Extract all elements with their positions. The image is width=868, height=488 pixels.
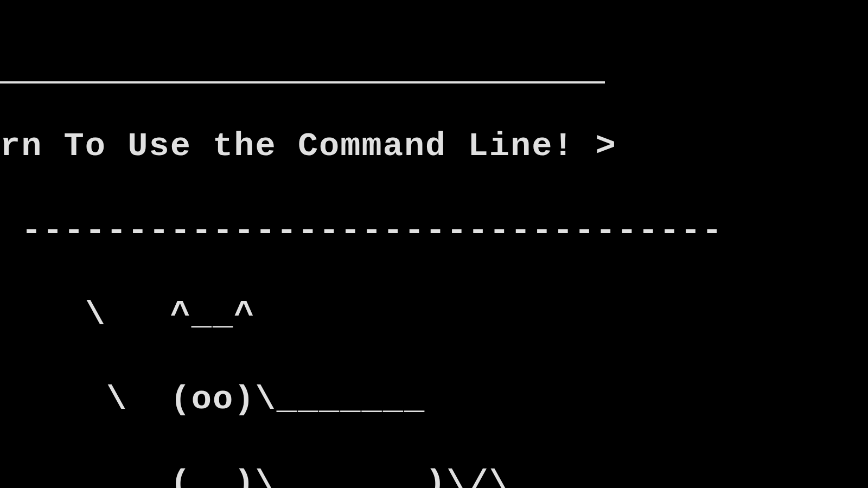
cowsay-art-2: \ (oo)\_______ [0, 378, 868, 421]
cowsay-art-1: \ ^__^ [0, 294, 868, 336]
cowsay-message-line: rn To Use the Command Line! > [0, 125, 868, 168]
terminal-output: rn To Use the Command Line! > ----------… [0, 0, 868, 488]
cowsay-bottom-border: --------------------------------- [0, 210, 868, 252]
cowsay-art-3: (__)\ )\/\ [0, 463, 868, 488]
cowsay-top-border [0, 81, 605, 84]
